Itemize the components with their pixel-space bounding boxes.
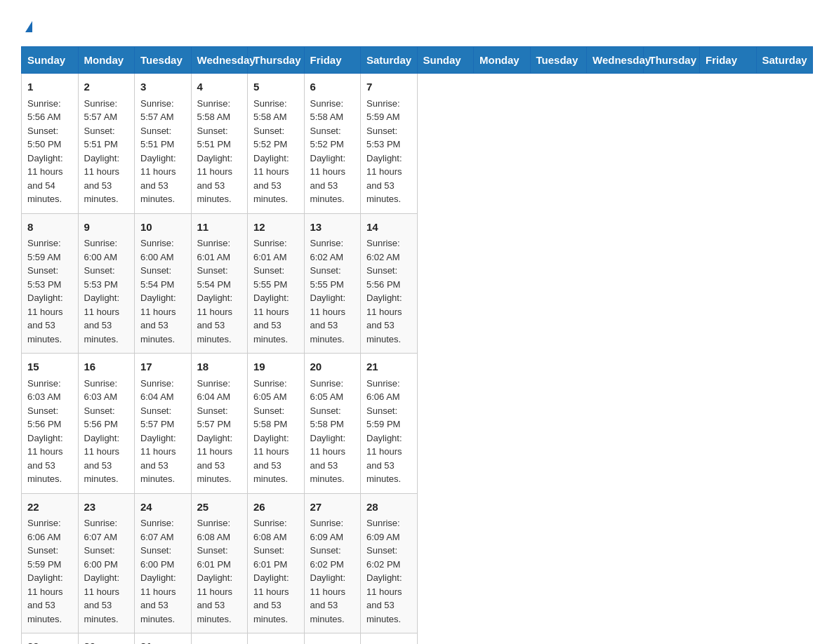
sunset-info: Sunset: 5:53 PM — [27, 265, 61, 290]
calendar-table: SundayMondayTuesdayWednesdayThursdayFrid… — [21, 46, 813, 644]
sunrise-info: Sunrise: 6:07 AM — [140, 518, 174, 542]
sunset-info: Sunset: 5:51 PM — [84, 126, 118, 150]
daylight-info: Daylight: 11 hours and 53 minutes. — [310, 572, 346, 624]
calendar-cell: 27 Sunrise: 6:09 AM Sunset: 6:02 PM Dayl… — [304, 493, 361, 633]
day-number: 6 — [310, 79, 355, 95]
calendar-cell: 28 Sunrise: 6:09 AM Sunset: 6:02 PM Dayl… — [361, 493, 418, 633]
day-number: 23 — [84, 499, 129, 516]
day-number: 4 — [197, 79, 242, 95]
calendar-cell: 22 Sunrise: 6:06 AM Sunset: 5:59 PM Dayl… — [22, 493, 79, 633]
calendar-cell: 1 Sunrise: 5:56 AM Sunset: 5:50 PM Dayli… — [22, 74, 79, 214]
sunset-info: Sunset: 6:01 PM — [253, 545, 287, 570]
day-number: 8 — [27, 220, 72, 236]
day-number: 3 — [140, 79, 185, 95]
sunset-info: Sunset: 5:51 PM — [140, 126, 174, 150]
day-number: 11 — [197, 220, 242, 236]
calendar-cell: 31 Sunrise: 6:11 AM Sunset: 6:04 PM Dayl… — [135, 633, 192, 645]
daylight-info: Daylight: 11 hours and 53 minutes. — [366, 433, 402, 485]
sunrise-info: Sunrise: 6:03 AM — [27, 378, 61, 403]
calendar-cell: 8 Sunrise: 5:59 AM Sunset: 5:53 PM Dayli… — [22, 213, 79, 354]
daylight-info: Daylight: 11 hours and 53 minutes. — [84, 433, 120, 485]
calendar-cell: 29 Sunrise: 6:10 AM Sunset: 6:03 PM Dayl… — [22, 633, 79, 645]
sunrise-info: Sunrise: 5:59 AM — [366, 98, 400, 123]
sunrise-info: Sunrise: 6:08 AM — [253, 518, 287, 542]
sunset-info: Sunset: 6:02 PM — [310, 545, 344, 570]
sunset-info: Sunset: 5:58 PM — [310, 405, 344, 430]
calendar-cell: 11 Sunrise: 6:01 AM Sunset: 5:54 PM Dayl… — [191, 213, 248, 354]
sunset-info: Sunset: 6:01 PM — [197, 545, 231, 570]
day-number: 25 — [197, 499, 242, 516]
calendar-cell: 14 Sunrise: 6:02 AM Sunset: 5:56 PM Dayl… — [361, 213, 418, 354]
daylight-info: Daylight: 11 hours and 53 minutes. — [140, 293, 176, 344]
daylight-info: Daylight: 11 hours and 53 minutes. — [310, 153, 346, 205]
sunset-info: Sunset: 5:53 PM — [84, 265, 118, 290]
day-number: 27 — [310, 499, 355, 516]
sunrise-info: Sunrise: 6:00 AM — [84, 238, 118, 262]
day-number: 7 — [366, 79, 411, 95]
sunset-info: Sunset: 5:51 PM — [197, 126, 231, 150]
calendar-cell: 25 Sunrise: 6:08 AM Sunset: 6:01 PM Dayl… — [191, 493, 248, 633]
day-number: 13 — [310, 220, 355, 236]
calendar-cell: 15 Sunrise: 6:03 AM Sunset: 5:56 PM Dayl… — [22, 354, 79, 494]
sunset-info: Sunset: 5:59 PM — [27, 545, 61, 570]
day-number: 30 — [84, 639, 129, 644]
logo-triangle-icon — [25, 21, 32, 32]
day-number: 2 — [84, 79, 129, 95]
calendar-cell: 4 Sunrise: 5:58 AM Sunset: 5:51 PM Dayli… — [191, 74, 248, 214]
day-number: 20 — [310, 359, 355, 375]
daylight-info: Daylight: 11 hours and 53 minutes. — [253, 293, 289, 344]
calendar-week-2: 8 Sunrise: 5:59 AM Sunset: 5:53 PM Dayli… — [22, 213, 813, 354]
daylight-info: Daylight: 11 hours and 53 minutes. — [197, 433, 233, 485]
day-number: 5 — [253, 79, 298, 95]
sunset-info: Sunset: 5:55 PM — [310, 265, 344, 290]
calendar-cell: 10 Sunrise: 6:00 AM Sunset: 5:54 PM Dayl… — [135, 213, 192, 354]
daylight-info: Daylight: 11 hours and 53 minutes. — [310, 293, 346, 344]
header-wednesday: Wednesday — [587, 47, 644, 74]
daylight-info: Daylight: 11 hours and 53 minutes. — [27, 433, 63, 485]
sunset-info: Sunset: 5:56 PM — [27, 405, 61, 430]
day-number: 17 — [140, 359, 185, 375]
sunrise-info: Sunrise: 6:01 AM — [253, 238, 287, 262]
sunrise-info: Sunrise: 6:03 AM — [84, 378, 118, 403]
sunset-info: Sunset: 5:56 PM — [366, 265, 400, 290]
day-number: 31 — [140, 639, 185, 644]
daylight-info: Daylight: 11 hours and 53 minutes. — [140, 153, 176, 205]
calendar-cell: 21 Sunrise: 6:06 AM Sunset: 5:59 PM Dayl… — [361, 354, 418, 494]
daylight-info: Daylight: 11 hours and 53 minutes. — [366, 293, 402, 344]
daylight-info: Daylight: 11 hours and 53 minutes. — [140, 572, 176, 624]
sunrise-info: Sunrise: 5:56 AM — [27, 98, 61, 123]
daylight-info: Daylight: 11 hours and 53 minutes. — [140, 433, 176, 485]
calendar-cell — [248, 633, 305, 645]
daylight-info: Daylight: 11 hours and 53 minutes. — [197, 572, 233, 624]
calendar-cell: 16 Sunrise: 6:03 AM Sunset: 5:56 PM Dayl… — [78, 354, 135, 494]
calendar-cell: 5 Sunrise: 5:58 AM Sunset: 5:52 PM Dayli… — [248, 74, 305, 214]
calendar-week-1: 1 Sunrise: 5:56 AM Sunset: 5:50 PM Dayli… — [22, 74, 813, 214]
day-number: 16 — [84, 359, 129, 375]
header-thursday: Thursday — [248, 47, 305, 74]
daylight-info: Daylight: 11 hours and 53 minutes. — [253, 433, 289, 485]
daylight-info: Daylight: 11 hours and 53 minutes. — [84, 572, 120, 624]
sunrise-info: Sunrise: 5:57 AM — [84, 98, 118, 123]
calendar-cell — [361, 633, 418, 645]
header-saturday: Saturday — [361, 47, 418, 74]
day-number: 26 — [253, 499, 298, 516]
day-number: 1 — [27, 79, 72, 95]
header-sunday: Sunday — [22, 47, 79, 74]
day-number: 9 — [84, 220, 129, 236]
daylight-info: Daylight: 11 hours and 53 minutes. — [253, 572, 289, 624]
sunset-info: Sunset: 5:57 PM — [140, 405, 174, 430]
sunset-info: Sunset: 5:58 PM — [253, 405, 287, 430]
daylight-info: Daylight: 11 hours and 53 minutes. — [253, 153, 289, 205]
sunset-info: Sunset: 5:52 PM — [253, 126, 287, 150]
header-saturday: Saturday — [756, 47, 813, 74]
calendar-week-3: 15 Sunrise: 6:03 AM Sunset: 5:56 PM Dayl… — [22, 354, 813, 494]
sunrise-info: Sunrise: 6:04 AM — [197, 378, 231, 403]
sunrise-info: Sunrise: 6:09 AM — [366, 518, 400, 542]
sunset-info: Sunset: 6:00 PM — [84, 545, 118, 570]
calendar-cell: 7 Sunrise: 5:59 AM Sunset: 5:53 PM Dayli… — [361, 74, 418, 214]
sunset-info: Sunset: 5:57 PM — [197, 405, 231, 430]
calendar-cell: 20 Sunrise: 6:05 AM Sunset: 5:58 PM Dayl… — [304, 354, 361, 494]
header-tuesday: Tuesday — [530, 47, 587, 74]
sunset-info: Sunset: 5:52 PM — [310, 126, 344, 150]
sunset-info: Sunset: 6:00 PM — [140, 545, 174, 570]
